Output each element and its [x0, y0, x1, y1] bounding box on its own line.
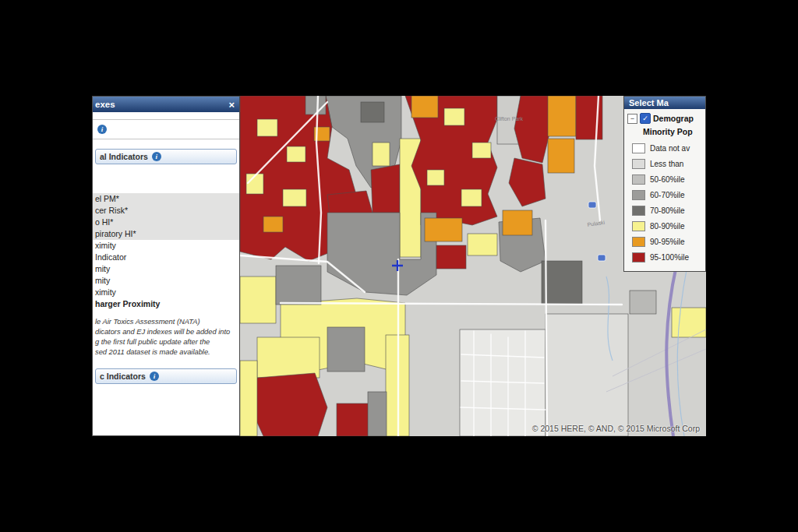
legend-entry: 95-100%ile [632, 249, 703, 265]
close-icon[interactable]: × [228, 100, 235, 110]
nata-note-line: le Air Toxics Assessment (NATA) [95, 317, 239, 327]
legend-swatch [632, 221, 645, 231]
map-attribution: © 2015 HERE, © AND, © 2015 Microsoft Cor… [532, 424, 700, 433]
panel-info-row: i [93, 119, 239, 139]
legend-entry-label: Less than [650, 160, 683, 168]
legend-entry-label: 80-90%ile [650, 222, 684, 231]
legend-entry: 70-80%ile [632, 203, 703, 218]
legend-swatch [632, 159, 645, 169]
collapse-minus-icon[interactable]: − [627, 114, 637, 124]
indicator-list: el PM* cer Risk* o HI* piratory HI* ximi… [93, 193, 239, 310]
demographics-checkbox[interactable]: ✓ [640, 113, 651, 124]
legend-swatch [632, 237, 645, 247]
map-label-clifton-park: Clifton Park [495, 116, 524, 122]
demographic-indicators-label: c Indicators [100, 372, 146, 381]
indicator-item[interactable]: ximity [93, 240, 239, 252]
legend-title: Select Ma [629, 98, 669, 107]
environmental-indicators-label: al Indicators [100, 152, 148, 161]
legend-toc-row: − ✓ Demograp [627, 112, 703, 125]
legend-titlebar[interactable]: Select Ma [624, 97, 705, 109]
section-demographic-indicators[interactable]: c Indicators i [95, 368, 237, 384]
legend-entry: 90-95%ile [632, 234, 703, 249]
nata-note-line: sed 2011 dataset is made available. [95, 347, 239, 358]
legend-group-label: Demograp [653, 114, 694, 123]
dialog-title: exes [95, 100, 115, 109]
legend-entry-label: 95-100%ile [650, 253, 689, 262]
info-icon[interactable]: i [97, 125, 107, 134]
indicator-item[interactable]: ximity [93, 287, 239, 298]
legend-entry-label: 60-70%ile [650, 191, 684, 199]
legend-swatch [632, 252, 645, 262]
section-environmental-indicators[interactable]: al Indicators i [95, 149, 237, 164]
legend-entry-label: 90-95%ile [650, 238, 684, 246]
legend-swatch [632, 174, 645, 185]
legend-swatch [632, 143, 645, 153]
legend-entry-label: Data not av [650, 144, 690, 153]
legend-entry-label: 70-80%ile [650, 206, 684, 215]
legend-entry: 80-90%ile [632, 218, 703, 234]
legend-swatch [632, 190, 645, 200]
legend-entry: 50-60%ile [632, 171, 703, 187]
indicator-highlight-group: el PM* cer Risk* o HI* piratory HI* [93, 193, 239, 240]
legend-entry: Less than [632, 156, 703, 171]
nata-note-line: dicators and EJ indexes will be added in… [95, 327, 239, 337]
info-icon[interactable]: i [152, 152, 161, 161]
indicator-item[interactable]: cer Risk* [93, 205, 239, 217]
legend-entry-label: 50-60%ile [650, 175, 684, 184]
indicator-item[interactable]: mity [93, 275, 239, 287]
map-contents-dialog: exes × i al Indicators i el PM* cer Risk… [92, 96, 240, 436]
indicator-item[interactable]: o HI* [93, 217, 239, 228]
indicator-item[interactable]: mity [93, 263, 239, 275]
indicator-item[interactable]: el PM* [93, 193, 239, 205]
nata-note-line: g the first full public update after the [95, 337, 239, 347]
dialog-titlebar: exes × [93, 97, 239, 112]
legend-layer-label: Minority Pop [643, 127, 703, 136]
info-icon[interactable]: i [150, 372, 159, 381]
legend-entry: 60-70%ile [632, 187, 703, 203]
indicator-item[interactable]: harger Proximity [93, 298, 239, 310]
nata-note: le Air Toxics Assessment (NATA) dicators… [93, 317, 239, 358]
legend-panel: Select Ma − ✓ Demograp Minority Pop Data… [623, 96, 706, 272]
indicator-item[interactable]: Indicator [93, 252, 239, 263]
screenshot-stage: Clifton Park Pulaski © 2015 HERE, © AND,… [0, 0, 798, 532]
legend-entry: Data not av [632, 140, 703, 156]
legend-swatch [632, 206, 645, 216]
legend-body: − ✓ Demograp Minority Pop Data not av Le… [624, 109, 705, 271]
indicator-item[interactable]: piratory HI* [93, 228, 239, 240]
